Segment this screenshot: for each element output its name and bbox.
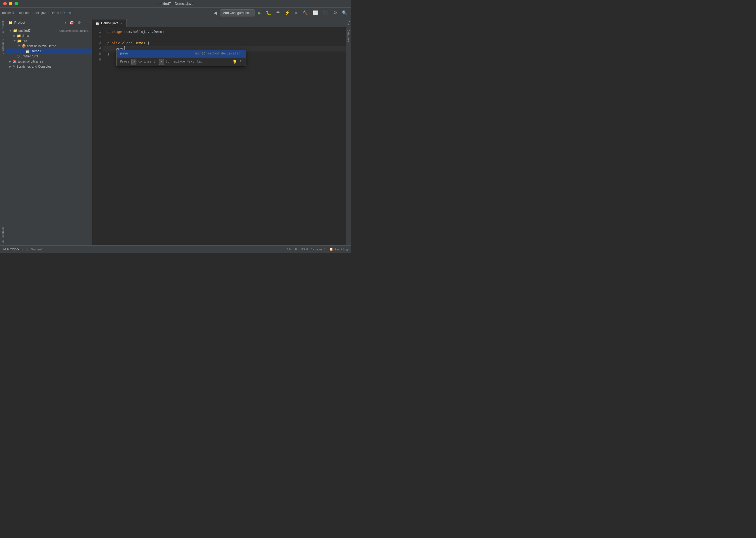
line-num-5: 5 xyxy=(92,51,101,57)
indent-info[interactable]: 4 spaces: 1 xyxy=(311,248,326,251)
todo-label: 6: TODO xyxy=(7,248,19,251)
maximize-button[interactable] xyxy=(15,2,18,5)
demo1-label: Demo1 xyxy=(31,49,90,53)
panel-header: 📁 Project ▾ 🎯 ⚙ — xyxy=(6,18,92,27)
todo-tool[interactable]: ☑ 6: TODO xyxy=(2,247,20,251)
terminal-icon: ⬛ xyxy=(26,247,30,251)
line-num-4: 4 xyxy=(92,46,101,51)
editor-tab-demo1[interactable]: ☕ Demo1.java × xyxy=(92,19,127,27)
tree-expand-scratches[interactable]: ▶ xyxy=(9,65,11,68)
tree-item-src[interactable]: ▼ 📂 src xyxy=(6,38,92,43)
tree-item-scratches[interactable]: ▶ ✎ Scratches and Consoles xyxy=(6,64,92,69)
add-configuration-button[interactable]: Add Configuration... xyxy=(220,9,254,17)
tree-expand-untitled7[interactable]: ▼ xyxy=(9,29,12,32)
hint-bulb-icon[interactable]: 💡 xyxy=(233,59,237,65)
favorites-tab-label[interactable]: 2: Favorites xyxy=(0,225,6,245)
untitled7-path: ~/IdeaProjects/untitled7 xyxy=(59,29,90,32)
code-line-1: package com.hellojava.Demo; xyxy=(107,29,341,35)
next-tip-button[interactable]: Next Tip xyxy=(187,59,202,64)
autocomplete-description: main() method declaration xyxy=(194,51,243,56)
status-bar-right: 4:9 LF UTF-8 4 spaces: 1 📋 Event Log xyxy=(287,247,349,251)
coverage-button[interactable]: ☂ xyxy=(274,9,282,16)
editor-content: 1 2 3 4 5 6 package com.hellojava.Demo; … xyxy=(92,27,346,245)
autocomplete-abbrev: psvm xyxy=(120,51,128,57)
breadcrumb: untitled7 › src › com › hellojava › Demo… xyxy=(2,11,210,15)
ant-label[interactable]: Ant xyxy=(346,18,351,27)
close-button[interactable] xyxy=(3,2,7,5)
main-toolbar: untitled7 › src › com › hellojava › Demo… xyxy=(0,8,351,18)
split-button[interactable]: ⬛ xyxy=(321,9,330,16)
profile-button[interactable]: ⚡ xyxy=(283,9,292,16)
terminal-tool[interactable]: ⬛ Terminal xyxy=(25,247,43,251)
autocomplete-item-psvm[interactable]: psvm main() method declaration xyxy=(117,50,245,58)
tree-item-untitled7[interactable]: ▼ 📁 untitled7 ~/IdeaProjects/untitled7 xyxy=(6,28,92,33)
line-num-6: 6 xyxy=(92,57,101,63)
editor-area: ☕ Demo1.java × 1 2 3 4 5 6 package com.h… xyxy=(92,18,346,245)
breadcrumb-demo[interactable]: Demo xyxy=(50,11,59,15)
line-ending[interactable]: LF xyxy=(293,248,297,251)
panel-hide-button[interactable]: — xyxy=(84,20,90,25)
tree-expand-idea[interactable]: ▶ xyxy=(14,34,16,37)
window-title: untitled7 – Demo1.java xyxy=(158,2,193,6)
scratches-icon: ✎ xyxy=(12,64,15,69)
breadcrumb-untitled7[interactable]: untitled7 xyxy=(2,11,14,15)
run-button[interactable]: ▶ xyxy=(256,9,263,16)
autocomplete-hint-bar: Press ↵ to insert, ⇥ to replace Next Tip… xyxy=(117,58,245,66)
package-label: com.hellojava.Demo xyxy=(27,44,90,48)
code-line-2 xyxy=(107,35,341,40)
hint-replace-key: ⇥ xyxy=(159,59,164,65)
traffic-lights[interactable] xyxy=(3,2,18,5)
encoding[interactable]: UTF-8 xyxy=(299,248,308,251)
breadcrumb-com[interactable]: com xyxy=(25,11,31,15)
tree-item-demo1[interactable]: ▶ ☕ Demo1 xyxy=(6,48,92,54)
hint-text-press: Press xyxy=(120,59,130,64)
breadcrumb-demo1[interactable]: Demo1 xyxy=(62,11,73,15)
database-label[interactable]: Database xyxy=(346,27,351,44)
untitled7-folder-icon: 📁 xyxy=(13,28,17,32)
expand-sidebar-button[interactable]: ⬜ xyxy=(311,9,320,16)
hint-more-icon[interactable]: ⋮ xyxy=(239,59,243,65)
panel-settings-button[interactable]: ⚙ xyxy=(77,20,82,25)
back-button[interactable]: ◀ xyxy=(212,9,218,16)
database-sidebar: Ant Database xyxy=(346,18,351,245)
line-num-1: 1 xyxy=(92,29,101,35)
breadcrumb-src[interactable]: src xyxy=(18,11,22,15)
toolbar-actions: ◀ Add Configuration... ▶ 🐛 ☂ ⚡ ■ 🔨 ⬜ ⬛ ⚙… xyxy=(212,9,349,17)
structure-tab-label[interactable]: 2: Structure xyxy=(0,36,6,57)
build-button[interactable]: 🔨 xyxy=(301,9,309,16)
terminal-label: Terminal xyxy=(31,248,42,251)
code-editor[interactable]: package com.hellojava.Demo; public class… xyxy=(103,27,346,245)
minimize-button[interactable] xyxy=(9,2,12,5)
demo1-java-icon: ☕ xyxy=(26,49,30,53)
titlebar: untitled7 – Demo1.java xyxy=(0,0,351,8)
idea-folder-icon: 📁 xyxy=(17,34,21,38)
editor-tabs: ☕ Demo1.java × xyxy=(92,18,346,27)
search-button[interactable]: 🔍 xyxy=(340,9,349,16)
tab-java-icon: ☕ xyxy=(95,21,99,25)
settings-button[interactable]: ⚙ xyxy=(332,9,339,16)
tree-expand-src[interactable]: ▼ xyxy=(14,39,16,42)
line-numbers: 1 2 3 4 5 6 xyxy=(92,27,103,245)
src-folder-icon: 📂 xyxy=(17,39,22,43)
main-content: 1: Project 2: Structure 2: Favorites 📁 P… xyxy=(0,18,351,245)
line-num-3: 3 xyxy=(92,40,101,46)
stop-button[interactable]: ■ xyxy=(293,10,299,16)
debug-button[interactable]: 🐛 xyxy=(264,9,273,16)
hint-insert-text: to insert, xyxy=(138,59,157,64)
tree-expand-package[interactable]: ▼ xyxy=(18,44,21,47)
tab-close-button[interactable]: × xyxy=(120,21,123,25)
hint-insert-key: ↵ xyxy=(131,59,136,65)
tree-item-idea[interactable]: ▶ 📁 .idea xyxy=(6,33,92,38)
ext-libs-label: External Libraries xyxy=(18,60,90,63)
scratches-label: Scratches and Consoles xyxy=(17,65,90,69)
tree-item-iml[interactable]: ▶ ⬡ untitled7.iml xyxy=(6,54,92,59)
event-log-icon: 📋 xyxy=(330,247,333,251)
event-log-tool[interactable]: 📋 Event Log xyxy=(328,247,349,251)
breadcrumb-hellojava[interactable]: hellojava xyxy=(34,11,47,15)
tree-item-package[interactable]: ▼ 📦 com.hellojava.Demo xyxy=(6,43,92,48)
panel-locate-button[interactable]: 🎯 xyxy=(68,20,75,25)
panel-title: Project xyxy=(14,21,63,25)
tree-item-external-libs[interactable]: ▶ 📚 External Libraries xyxy=(6,59,92,64)
tree-expand-ext[interactable]: ▶ xyxy=(9,60,11,63)
project-tab-label[interactable]: 1: Project xyxy=(0,18,6,36)
